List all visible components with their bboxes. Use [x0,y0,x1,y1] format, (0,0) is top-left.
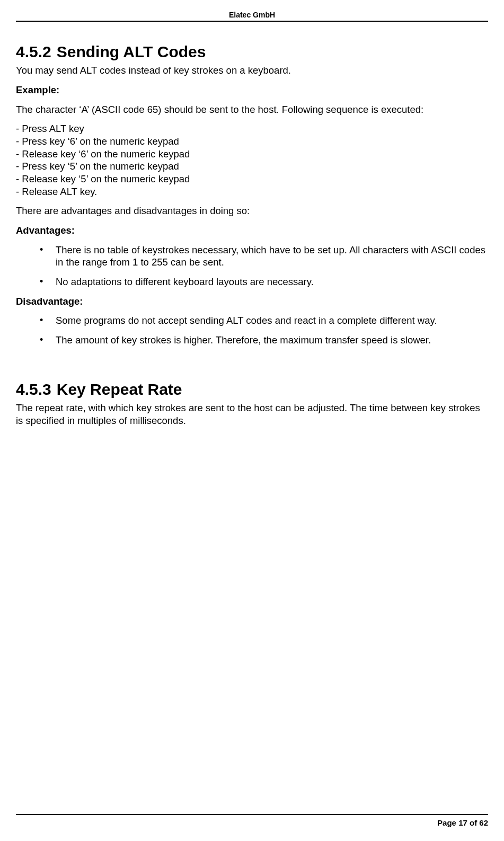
sequence-item: - Release ALT key. [16,185,488,198]
list-item: No adaptations to different keyboard lay… [40,276,488,288]
page-header: Elatec GmbH [16,11,488,22]
page-footer: Page 17 of 62 [16,814,488,827]
list-item: The amount of key strokes is higher. The… [40,334,488,347]
section-heading-alt-codes: 4.5.2Sending ALT Codes [16,42,488,62]
section-title: Key Repeat Rate [57,380,182,398]
example-text: The character ‘A’ (ASCII code 65) should… [16,103,488,116]
section-number: 4.5.2 [16,42,51,62]
sequence-item: - Release key ‘5’ on the numeric keypad [16,173,488,185]
company-name: Elatec GmbH [229,11,275,19]
advantages-label: Advantages: [16,224,488,237]
page-content: 4.5.2Sending ALT Codes You may send ALT … [16,42,488,427]
intro-paragraph: You may send ALT codes instead of key st… [16,64,488,77]
section-title: Sending ALT Codes [57,43,206,60]
advantages-list: There is no table of keystrokes necessar… [16,244,488,288]
list-item: There is no table of keystrokes necessar… [40,244,488,269]
adv-disadv-intro: There are advantages and disadvantages i… [16,205,488,217]
section-number: 4.5.3 [16,379,51,400]
sequence-item: - Press key ‘5’ on the numeric keypad [16,160,488,173]
section-heading-key-repeat: 4.5.3Key Repeat Rate [16,379,488,400]
sequence-item: - Release key ‘6’ on the numeric keypad [16,148,488,161]
sequence-item: - Press key ‘6’ on the numeric keypad [16,135,488,148]
disadvantages-list: Some programs do not accept sending ALT … [16,314,488,346]
page-number: Page 17 of 62 [437,818,488,827]
list-item: Some programs do not accept sending ALT … [40,314,488,327]
key-repeat-text: The repeat rate, with which key strokes … [16,402,488,427]
disadvantage-label: Disadvantage: [16,295,488,308]
example-label: Example: [16,84,488,96]
sequence-list: - Press ALT key - Press key ‘6’ on the n… [16,122,488,198]
sequence-item: - Press ALT key [16,122,488,135]
